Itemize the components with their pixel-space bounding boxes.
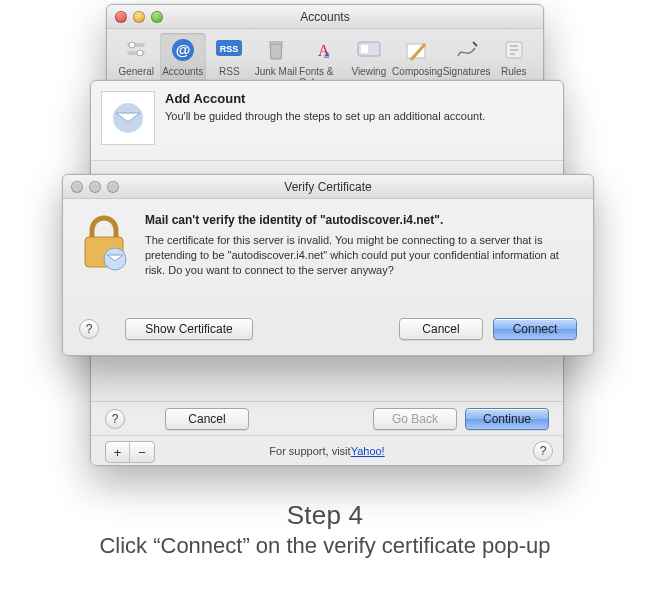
svg-point-3 [137,50,143,56]
add-account-plus-button[interactable]: + [106,442,130,462]
support-prefix: For support, visit [269,445,350,457]
svg-rect-12 [361,45,368,53]
svg-point-2 [129,42,135,48]
verify-certificate-dialog: Verify Certificate Mail can't verify the… [62,174,594,356]
verify-headline: Mail can't verify the identity of "autod… [145,213,575,227]
lock-stamp-icon [77,213,131,273]
trash-icon [262,36,290,64]
help-button[interactable]: ? [533,441,553,461]
toolbar-label: Signatures [443,66,491,77]
go-back-button: Go Back [373,408,457,430]
add-account-button-row: ? Cancel Go Back Continue [91,401,563,435]
svg-text:RSS: RSS [220,44,239,54]
window-controls[interactable] [71,181,119,193]
eye-icon [355,36,383,64]
verify-window-title: Verify Certificate [63,180,593,194]
toolbar-label: Composing [392,66,443,77]
toolbar-label: Accounts [162,66,203,77]
verify-cancel-button[interactable]: Cancel [399,318,483,340]
minimize-icon [89,181,101,193]
toolbar-label: RSS [219,66,240,77]
caption-step: Step 4 [0,500,650,531]
verify-titlebar[interactable]: Verify Certificate [63,175,593,199]
account-add-remove[interactable]: + − [105,441,155,463]
close-icon[interactable] [115,11,127,23]
verify-button-row: ? Show Certificate Cancel Connect [63,315,593,343]
help-button[interactable]: ? [79,319,99,339]
add-account-header: Add Account You'll be guided through the… [91,81,563,161]
zoom-icon [107,181,119,193]
close-icon[interactable] [71,181,83,193]
show-certificate-button[interactable]: Show Certificate [125,318,253,340]
connect-button[interactable]: Connect [493,318,577,340]
caption-description: Click “Connect” on the verify certificat… [0,533,650,559]
accounts-preferences-window: Accounts General @ Accounts RSS RSS Junk… [106,4,544,86]
fonts-icon: Aa [308,36,336,64]
instruction-caption: Step 4 Click “Connect” on the verify cer… [0,500,650,559]
add-account-footer: + − For support, visit Yahoo! ? [91,435,563,465]
mail-stamp-icon [101,91,155,145]
continue-button[interactable]: Continue [465,408,549,430]
add-account-subtext: You'll be guided through the steps to se… [165,110,547,122]
add-account-heading: Add Account [165,91,547,106]
signature-icon [453,36,481,64]
svg-rect-8 [269,41,283,44]
switches-icon [122,36,150,64]
rss-icon: RSS [215,36,243,64]
add-account-minus-button[interactable]: − [130,442,154,462]
help-button[interactable]: ? [105,409,125,429]
svg-text:@: @ [175,41,190,58]
add-account-cancel-button[interactable]: Cancel [165,408,249,430]
toolbar-label: Viewing [351,66,386,77]
zoom-icon[interactable] [151,11,163,23]
at-icon: @ [169,36,197,64]
rules-icon [500,36,528,64]
support-link[interactable]: Yahoo! [351,445,385,457]
toolbar-label: General [118,66,154,77]
minimize-icon[interactable] [133,11,145,23]
accounts-titlebar[interactable]: Accounts [107,5,543,29]
window-controls[interactable] [115,11,163,23]
accounts-window-title: Accounts [107,10,543,24]
toolbar-label: Junk Mail [255,66,297,77]
svg-text:a: a [324,47,330,61]
verify-body-text: The certificate for this server is inval… [145,233,575,278]
toolbar-label: Rules [501,66,527,77]
pencil-icon [403,36,431,64]
